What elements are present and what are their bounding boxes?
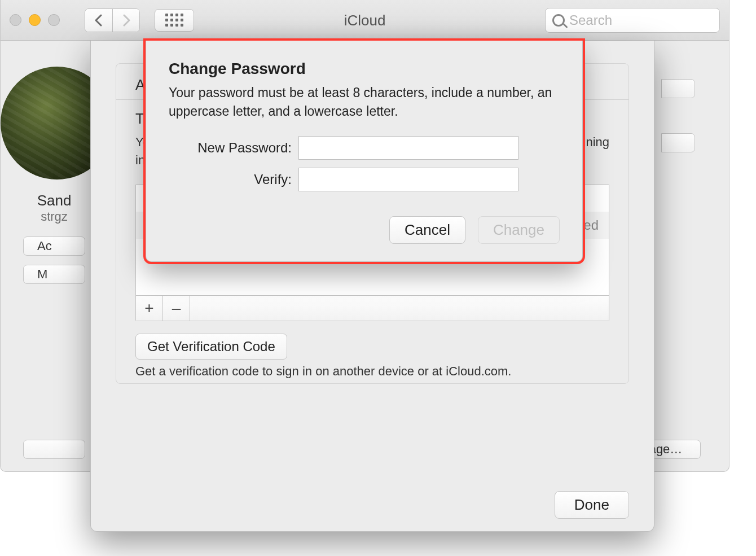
show-all-prefs-button[interactable] [155, 9, 194, 32]
account-details-button[interactable]: Ac [23, 237, 85, 256]
footer-spacer [190, 296, 609, 321]
account-email: strgz [23, 209, 85, 224]
search-placeholder: Search [569, 12, 612, 28]
get-code-description: Get a verification code to sign in on an… [135, 364, 609, 379]
cancel-button[interactable]: Cancel [389, 216, 465, 244]
change-button[interactable]: Change [478, 216, 560, 244]
verify-password-label: Verify: [169, 172, 298, 187]
get-verification-code-button[interactable]: Get Verification Code [135, 334, 287, 360]
back-button[interactable] [85, 9, 112, 32]
window-titlebar: iCloud Search [1, 0, 729, 41]
right-edge-buttons [661, 79, 695, 187]
search-icon [552, 14, 565, 27]
stub-button-1[interactable] [661, 79, 695, 98]
remove-phone-button[interactable]: – [163, 296, 190, 321]
password-buttons: Cancel Change [169, 216, 560, 244]
stub-button-2[interactable] [661, 133, 695, 152]
add-phone-button[interactable]: + [136, 296, 163, 321]
verify-password-row: Verify: [169, 168, 560, 191]
account-sidebar: Sand strgz Ac M [23, 67, 85, 284]
twofa-desc-right: ning [586, 133, 609, 151]
manage-button[interactable]: M [23, 265, 85, 284]
search-field[interactable]: Search [545, 8, 720, 33]
forward-button[interactable] [112, 9, 139, 32]
grid-icon [165, 14, 183, 27]
zoom-button[interactable] [48, 14, 60, 26]
close-button[interactable] [10, 14, 21, 26]
sign-out-button[interactable] [23, 440, 85, 459]
new-password-label: New Password: [169, 140, 298, 156]
new-password-row: New Password: [169, 136, 560, 160]
trusted-footer: + – [136, 295, 609, 321]
done-button[interactable]: Done [555, 491, 629, 519]
account-name: Sand [23, 192, 85, 209]
nav-back-forward [85, 8, 140, 32]
new-password-input[interactable] [298, 136, 518, 160]
verify-password-input[interactable] [298, 168, 518, 191]
minimize-button[interactable] [29, 14, 41, 26]
change-password-title: Change Password [169, 60, 560, 78]
change-password-description: Your password must be at least 8 charact… [169, 84, 560, 121]
change-password-sheet: Change Password Your password must be at… [146, 41, 583, 262]
traffic-lights [10, 14, 60, 26]
